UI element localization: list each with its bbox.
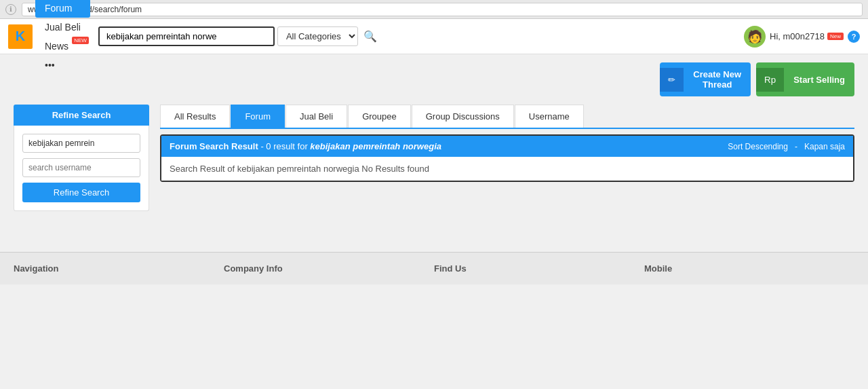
logo-box[interactable]: K — [8, 24, 33, 49]
footer-col-find-us: Find Us — [434, 263, 644, 274]
tab-all-results[interactable]: All Results — [160, 105, 230, 128]
nav-item-•••[interactable]: ••• — [35, 56, 90, 75]
keyword-input[interactable] — [22, 134, 140, 153]
footer-col-navigation: Navigation — [14, 263, 224, 274]
sidebar: Refine Search Refine Search — [14, 105, 149, 211]
nav-badge: NEW — [72, 37, 89, 44]
result-search-term: kebijakan pemreintah norwegia — [310, 141, 441, 151]
sort-separator: - — [795, 142, 797, 151]
tab-username[interactable]: Username — [515, 105, 584, 128]
rp-icon: Rp — [756, 68, 784, 92]
footer: NavigationCompany InfoFind UsMobile — [0, 252, 868, 284]
start-selling-label: Start Selling — [784, 68, 854, 92]
nav-item-jual-beli[interactable]: Jual Beli — [35, 18, 90, 37]
nav-item-forum[interactable]: Forum — [35, 0, 90, 18]
user-greeting: Hi, m00n2718 — [770, 31, 825, 41]
username-input[interactable] — [22, 158, 140, 177]
create-thread-label: Create NewThread — [684, 62, 751, 96]
footer-col-title: Find Us — [434, 263, 467, 274]
footer-col-company-info: Company Info — [224, 263, 434, 274]
action-bar: ✏ Create NewThread Rp Start Selling — [0, 54, 868, 105]
nav-item-news[interactable]: NewsNEW — [35, 37, 90, 56]
sort-label: Sort Descending — [728, 142, 788, 151]
search-bar: All Categories 🔍 — [98, 26, 736, 46]
result-box: Forum Search Result - 0 result for kebij… — [160, 134, 854, 182]
browser-security-icon: ℹ — [5, 4, 16, 15]
nav-items: ForumJual BeliNewsNEW••• — [35, 0, 90, 75]
create-thread-button[interactable]: ✏ Create NewThread — [660, 62, 751, 96]
footer-col-title: Mobile — [644, 263, 672, 274]
avatar: 🧑 — [744, 26, 766, 48]
time-label: Kapan saja — [804, 142, 845, 151]
search-input[interactable] — [98, 26, 275, 46]
result-count: - 0 result for — [260, 141, 310, 151]
footer-col-title: Navigation — [14, 263, 58, 274]
tab-jual-beli[interactable]: Jual Beli — [285, 105, 347, 128]
category-select[interactable]: All Categories — [277, 26, 358, 46]
tab-groupee[interactable]: Groupee — [348, 105, 411, 128]
content-area: All ResultsForumJual BeliGroupeeGroup Di… — [160, 105, 854, 211]
user-new-badge: New — [827, 33, 844, 40]
top-nav: K ForumJual BeliNewsNEW••• All Categorie… — [0, 19, 868, 54]
result-title: Forum Search Result — [170, 141, 258, 151]
search-button[interactable]: 🔍 — [358, 27, 382, 45]
result-body: Search Result of kebijakan pemreintah no… — [161, 157, 853, 181]
user-area: 🧑 Hi, m00n2718 New ? — [744, 26, 860, 48]
result-header: Forum Search Result - 0 result for kebij… — [161, 136, 853, 157]
result-header-right: Sort Descending - Kapan saja — [728, 142, 845, 151]
sidebar-body: Refine Search — [14, 126, 149, 211]
start-selling-button[interactable]: Rp Start Selling — [756, 62, 854, 96]
browser-bar: ℹ www.kaskus.co.id/search/forum — [0, 0, 868, 19]
footer-col-mobile: Mobile — [644, 263, 854, 274]
browser-url[interactable]: www.kaskus.co.id/search/forum — [22, 3, 863, 16]
search-tabs: All ResultsForumJual BeliGroupeeGroup Di… — [160, 105, 854, 129]
main-content: Refine Search Refine Search All ResultsF… — [0, 105, 868, 225]
pencil-icon: ✏ — [660, 68, 684, 92]
help-icon[interactable]: ? — [848, 31, 860, 43]
logo-letter: K — [16, 29, 25, 44]
refine-search-header: Refine Search — [14, 105, 149, 126]
footer-col-title: Company Info — [224, 263, 283, 274]
tab-forum[interactable]: Forum — [231, 105, 285, 128]
refine-search-button[interactable]: Refine Search — [22, 183, 140, 202]
tab-group-discussions[interactable]: Group Discussions — [412, 105, 514, 128]
result-header-left: Forum Search Result - 0 result for kebij… — [170, 141, 441, 151]
